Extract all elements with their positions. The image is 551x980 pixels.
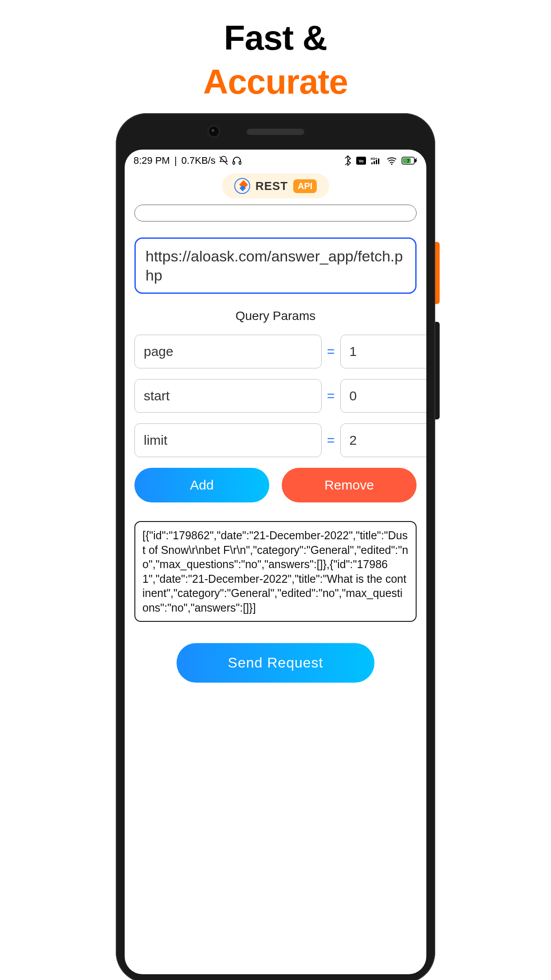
param-key-input[interactable] xyxy=(134,335,322,368)
svg-rect-7 xyxy=(376,160,377,164)
svg-rect-6 xyxy=(374,161,375,164)
app-logo-icon xyxy=(234,178,250,194)
wifi-icon xyxy=(386,156,397,165)
svg-text:Vo: Vo xyxy=(359,159,364,163)
add-button[interactable]: Add xyxy=(134,468,269,502)
param-key-input[interactable] xyxy=(134,379,322,413)
screen: 8:29 PM | 0.7KB/s Vo xyxy=(125,150,426,974)
phone-camera xyxy=(209,126,219,136)
hero-title-line1: Fast & xyxy=(0,18,551,58)
phone-frame: 8:29 PM | 0.7KB/s Vo xyxy=(116,113,435,980)
app-badge: REST API xyxy=(125,174,426,198)
equals-sign: = xyxy=(327,433,335,448)
param-value-input[interactable] xyxy=(340,335,426,368)
svg-text:7: 7 xyxy=(407,159,409,164)
hero-title-line2: Accurate xyxy=(0,62,551,102)
status-time: 8:29 PM xyxy=(134,155,170,166)
equals-sign: = xyxy=(327,344,335,359)
volte-icon: Vo xyxy=(356,157,366,165)
query-params-label: Query Params xyxy=(134,309,417,323)
send-request-button[interactable]: Send Request xyxy=(177,643,374,683)
phone-volume-button xyxy=(435,322,440,419)
status-left: 8:29 PM | 0.7KB/s xyxy=(134,155,242,166)
param-row: = xyxy=(134,423,417,457)
svg-rect-5 xyxy=(371,162,373,164)
hero: Fast & Accurate xyxy=(0,0,551,102)
response-output[interactable]: [{"id":"179862","date":"21-December-2022… xyxy=(134,521,417,622)
method-input[interactable] xyxy=(134,205,417,221)
param-value-input[interactable] xyxy=(340,423,426,457)
svg-point-9 xyxy=(391,163,392,165)
status-right: Vo 4G+ 7 xyxy=(344,155,417,166)
app-brand-text: REST xyxy=(256,179,288,193)
headphones-icon xyxy=(232,155,242,166)
phone-earpiece xyxy=(247,129,304,135)
signal-icon: 4G+ xyxy=(370,156,382,165)
battery-icon: 7 xyxy=(401,156,417,165)
svg-rect-1 xyxy=(239,162,241,164)
param-row: = xyxy=(134,379,417,413)
app-api-pill: API xyxy=(293,179,317,193)
url-input[interactable]: https://aloask.com/answer_app/fetch.php xyxy=(134,237,417,294)
param-key-input[interactable] xyxy=(134,423,322,457)
bluetooth-icon xyxy=(344,155,352,166)
svg-rect-0 xyxy=(233,162,235,164)
remove-button[interactable]: Remove xyxy=(282,468,417,502)
mute-icon xyxy=(218,155,229,166)
status-bar: 8:29 PM | 0.7KB/s Vo xyxy=(125,150,426,170)
svg-rect-8 xyxy=(378,158,379,164)
pipe: | xyxy=(174,155,177,166)
param-row: = xyxy=(134,335,417,368)
param-value-input[interactable] xyxy=(340,379,426,413)
equals-sign: = xyxy=(327,388,335,403)
phone-power-button xyxy=(435,242,440,304)
status-net-speed: 0.7KB/s xyxy=(181,155,216,166)
